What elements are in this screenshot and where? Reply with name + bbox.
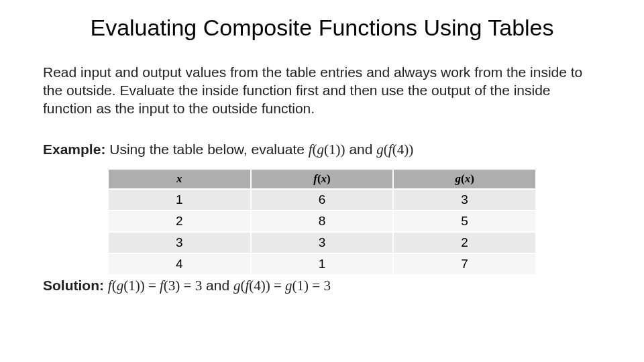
math-eq: = 3: [180, 278, 202, 294]
math-paren: ): [266, 278, 270, 294]
example-label: Example:: [43, 141, 105, 157]
table-header-row: x f(x) g(x): [108, 169, 536, 189]
cell-gx: 7: [393, 253, 536, 275]
math-arg: (4): [249, 278, 266, 294]
math-paren: (: [384, 141, 388, 158]
math-arg: (4): [392, 141, 409, 158]
header-g: g: [455, 172, 461, 185]
solution-line: Solution: f(g(1)) = f(3) = 3 and g(f(4))…: [43, 278, 601, 294]
math-g: g: [117, 278, 124, 294]
header-paren: ): [327, 172, 331, 185]
math-paren: ): [140, 278, 145, 294]
header-var: x: [321, 172, 327, 185]
cell-x: 1: [108, 189, 251, 210]
math-paren: (: [313, 141, 317, 158]
math-paren: ): [341, 141, 345, 158]
solution-label: Solution:: [43, 278, 104, 293]
example-lead: Using the table below, evaluate: [105, 141, 308, 157]
function-table: x f(x) g(x) 1 6 3 2 8 5 3 3: [107, 168, 537, 276]
math-eq: = 3: [309, 278, 331, 294]
solution-joiner: and: [202, 278, 233, 293]
math-g: g: [233, 278, 241, 294]
math-arg: (1): [324, 141, 341, 158]
math-arg: (1): [292, 278, 309, 294]
cell-fx: 6: [251, 189, 394, 210]
example-joiner: and: [345, 141, 377, 157]
math-arg: (3): [164, 278, 180, 294]
math-eq: =: [145, 278, 160, 294]
col-header-gx: g(x): [393, 169, 536, 189]
cell-fx: 3: [251, 232, 394, 253]
cell-fx: 1: [251, 253, 394, 275]
table-row: 2 8 5: [108, 210, 536, 232]
slide: Evaluating Composite Functions Using Tab…: [0, 0, 644, 362]
page-title: Evaluating Composite Functions Using Tab…: [0, 15, 644, 41]
table-row: 1 6 3: [108, 189, 536, 210]
math-g: g: [317, 141, 325, 158]
math-arg: (1): [123, 278, 140, 294]
math-g: g: [376, 141, 384, 158]
cell-gx: 5: [393, 210, 536, 232]
cell-gx: 3: [393, 189, 536, 210]
cell-fx: 8: [251, 210, 394, 232]
math-paren: ): [409, 141, 413, 158]
header-var: x: [176, 172, 182, 185]
instruction-text: Read input and output values from the ta…: [43, 64, 601, 118]
col-header-x: x: [108, 169, 251, 189]
example-line: Example: Using the table below, evaluate…: [43, 141, 601, 158]
cell-x: 2: [108, 210, 251, 232]
math-g: g: [285, 278, 292, 294]
math-paren: (: [112, 278, 117, 294]
cell-x: 4: [108, 253, 251, 275]
header-var: x: [465, 172, 471, 185]
table-row: 3 3 2: [108, 232, 536, 253]
table-row: 4 1 7: [108, 253, 536, 275]
data-table: x f(x) g(x) 1 6 3 2 8 5 3 3: [107, 168, 537, 276]
cell-x: 3: [108, 232, 251, 253]
cell-gx: 2: [393, 232, 536, 253]
math-eq: =: [270, 278, 285, 294]
col-header-fx: f(x): [251, 169, 394, 189]
header-paren: ): [470, 172, 474, 185]
